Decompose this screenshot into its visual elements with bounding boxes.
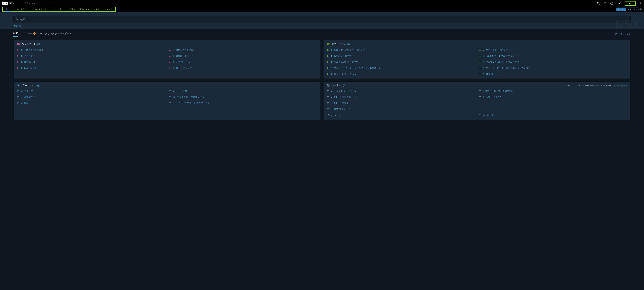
quick-start-link[interactable]: クイック スタート — [612, 84, 627, 87]
stat-icon — [479, 90, 481, 93]
tenant-selector[interactable]: デフォルト ⌄ — [24, 2, 52, 5]
card-title: セキュリティ — [332, 43, 346, 46]
stat-link[interactable]: 0マルウェア防止ゲートウェイ ポリシー — [479, 60, 627, 64]
nav-inventory[interactable]: インベントリ — [49, 7, 66, 12]
stat-label: ロード バランサ — [176, 67, 192, 70]
stat-link[interactable]: 3分散ファイアウォール ポリシー — [327, 48, 475, 51]
stat-label: ネットワーク イントロスペクション EW ポリシー — [334, 67, 383, 70]
svg-rect-48 — [18, 103, 19, 104]
stat-link[interactable]: 14ロール — [479, 114, 627, 117]
stat-link[interactable]: 0物理サーバ — [17, 102, 165, 105]
stat-icon — [17, 61, 20, 63]
stat-link[interactable]: 4Tier-1 ゲートウェイ — [169, 48, 317, 51]
stat-link[interactable]: 1ネットワーク イントロスペクション EW ポリシー — [327, 67, 475, 70]
stat-link[interactable]: 0IDS/IPS 分散ポリシー — [327, 54, 475, 57]
svg-rect-47 — [169, 97, 171, 98]
subtab-monitoring[interactable]: モニタリング ダッシュボード ⌄ — [40, 32, 74, 37]
stat-link[interactable]: 1NSX 管理ノード — [327, 108, 475, 111]
svg-point-42 — [18, 84, 19, 85]
search-help-link[interactable]: 検索方法 — [14, 25, 22, 27]
stat-link[interactable]: 1レイヤー 7 アクセス プロファイル — [169, 102, 317, 105]
kebab-icon[interactable]: ⋮ — [639, 2, 642, 5]
search-input[interactable] — [20, 18, 628, 21]
nav-highlight-box: ホーム ネットワーク セキュリティ インベントリ プランとトラブルシューティング… — [2, 7, 116, 12]
info-icon[interactable]: i — [38, 43, 40, 45]
svg-point-64 — [480, 114, 480, 115]
svg-rect-36 — [479, 61, 481, 63]
stat-link[interactable]: 0分散ポート グループ — [169, 54, 317, 57]
subtab-overview[interactable]: 概要 — [14, 32, 18, 37]
inventory-icon — [17, 84, 20, 87]
stat-icon — [17, 90, 20, 93]
svg-rect-44 — [18, 91, 19, 92]
stat-link[interactable]: 4ユーザー — [327, 114, 475, 117]
stat-link[interactable]: 0IDS/IPS ゲートウェイ ポリシー — [479, 54, 627, 57]
stat-icon — [327, 108, 330, 111]
nav-network[interactable]: ネットワーク — [14, 7, 32, 12]
nav-plan[interactable]: プランとトラブルシューティング — [66, 7, 102, 12]
stat-link[interactable]: 0ネットワーク イントロスペクション NS ポリシー — [479, 67, 627, 70]
svg-line-10 — [620, 4, 621, 4]
stat-icon — [17, 96, 20, 99]
stat-label: Tier-1 ゲートウェイ — [176, 48, 195, 51]
nav-home[interactable]: ホーム — [3, 7, 14, 12]
stat-link[interactable]: 0エンドポイント ポリシー — [327, 73, 475, 76]
stat-link[interactable]: 6グループ — [17, 90, 165, 93]
search-icon[interactable] — [597, 2, 600, 5]
stat-count: 3 — [331, 49, 332, 51]
stat-count: 7 — [483, 49, 484, 51]
svg-point-13 — [16, 18, 18, 20]
stat-link[interactable]: 0TLS ポリシー — [479, 73, 627, 76]
stat-icon — [327, 102, 330, 105]
theme-icon[interactable] — [618, 2, 621, 5]
nav-security[interactable]: セキュリティ — [32, 7, 49, 12]
info-icon[interactable]: i — [343, 84, 345, 87]
mode-manager[interactable]: マネージャ — [626, 8, 638, 11]
stat-link[interactable]: 412サービス — [169, 90, 317, 93]
stat-count: 0 — [173, 61, 174, 63]
stat-link[interactable]: 3Tier-0 ゲートウェイ — [17, 48, 165, 51]
stat-label: Edge トランスポート ノード — [334, 96, 362, 99]
stat-icon — [169, 102, 172, 105]
stat-link[interactable]: 2Edge クラスタ — [327, 102, 475, 105]
stat-label: ユーザー — [334, 114, 343, 117]
stat-label: Tier-0 ゲートウェイ — [24, 48, 44, 51]
bell-icon[interactable] — [604, 2, 606, 5]
stat-link[interactable]: 9仮想マシン — [17, 96, 165, 99]
product-logo: vmw NSX — [2, 2, 14, 5]
stat-link[interactable]: 7ゲートウェイ ポリシー — [479, 48, 627, 51]
info-icon[interactable]: i — [347, 43, 350, 45]
documentation-link[interactable]: ドキュメント — [615, 33, 630, 36]
stat-link[interactable]: 0マルウェア防止分散ポリシー — [327, 60, 475, 64]
stat-link[interactable]: 4トランスポート ゾーン — [327, 90, 475, 93]
stat-icon — [479, 73, 481, 75]
stat-link[interactable]: 4Edge トランスポート ノード — [327, 96, 475, 99]
info-icon[interactable]: ⓘ — [640, 8, 642, 11]
stat-label: 物理サーバ — [24, 102, 35, 105]
help-icon[interactable]: ⌄ — [610, 2, 615, 5]
stat-link[interactable]: 1ホスト クラスタ — [479, 96, 627, 99]
stat-label: TLS ポリシー — [486, 73, 499, 76]
stat-link[interactable]: 2 台中 2 台のホストを構成済み — [479, 90, 627, 93]
global-search[interactable] — [14, 16, 630, 23]
stat-link[interactable]: 0NAT ルール — [17, 60, 165, 64]
stat-icon — [327, 49, 330, 51]
subtab-alarms[interactable]: アラーム ! — [23, 32, 36, 37]
stat-count: 0 — [483, 61, 484, 63]
stat-icon — [169, 96, 172, 99]
user-badge[interactable]: admin — [625, 1, 636, 6]
nav-system[interactable]: システム — [102, 7, 116, 12]
svg-rect-49 — [169, 103, 171, 104]
mode-policy[interactable]: ポリシー — [616, 8, 626, 11]
stat-label: セグメント — [24, 54, 35, 57]
stat-link[interactable]: 64コンテキスト プロファイル — [169, 96, 317, 99]
stat-link[interactable]: 0ロード バランサ — [169, 67, 317, 70]
info-icon[interactable]: i — [38, 84, 40, 87]
stat-label: グループ — [24, 90, 33, 93]
stat-count: 3 — [21, 49, 22, 51]
stat-link[interactable]: 0EVPN テナント — [17, 67, 165, 70]
svg-point-63 — [328, 114, 328, 115]
stat-link[interactable]: 0VPN サービス — [169, 60, 317, 64]
stat-link[interactable]: 8セグメント — [17, 54, 165, 57]
stat-label: ホスト クラスタ — [486, 96, 502, 99]
